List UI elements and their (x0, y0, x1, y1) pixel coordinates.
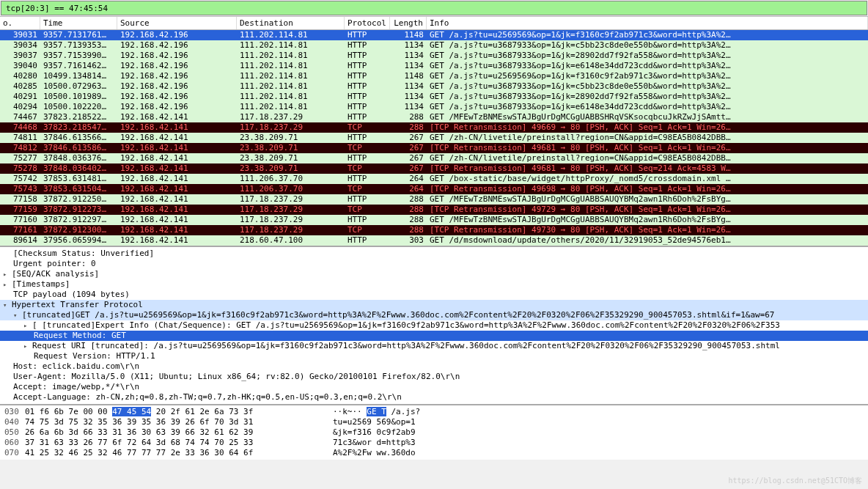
http-user-agent: User-Agent: Mozilla/5.0 (X11; Ubuntu; Li… (0, 372, 868, 382)
column-headers: o. Time Source Destination Protocol Leng… (0, 16, 868, 30)
packet-row[interactable]: 390409357.7161462…192.168.42.196111.202.… (0, 61, 868, 71)
urgent-pointer: Urgent pointer: 0 (0, 259, 868, 269)
hex-row[interactable]: 04074 75 3d 75 32 35 36 39 35 36 39 26 6… (0, 417, 868, 427)
col-no-header[interactable]: o. (0, 17, 40, 29)
col-length-header[interactable]: Length (390, 17, 427, 29)
http-host: Host: eclick.baidu.com\r\n (0, 361, 868, 372)
seqack-analysis[interactable]: [SEQ/ACK analysis] (0, 269, 868, 279)
col-destination-header[interactable]: Destination (237, 17, 345, 29)
packet-row[interactable]: 7574337853.631504…192.168.42.141111.206.… (0, 184, 868, 194)
packet-row[interactable]: 390319357.7131761…192.168.42.196111.202.… (0, 30, 868, 40)
http-accept-language: Accept-Language: zh-CN,zh;q=0.8,zh-TW;q=… (0, 392, 868, 402)
timestamps[interactable]: [Timestamps] (0, 279, 868, 290)
packet-row[interactable]: 7574237853.631481…192.168.42.141111.206.… (0, 174, 868, 184)
packet-row[interactable]: 390379357.7153990…192.168.42.196111.202.… (0, 51, 868, 61)
packet-row[interactable]: 7446737823.218522…192.168.42.141117.18.2… (0, 112, 868, 122)
http-protocol-node[interactable]: Hypertext Transfer Protocol (0, 300, 868, 310)
hex-row[interactable]: 06037 31 63 33 26 77 6f 72 64 3d 68 74 7… (0, 438, 868, 448)
expert-info[interactable]: [ [truncated]Expert Info (Chat/Sequence)… (0, 320, 868, 331)
hex-row[interactable]: 07041 25 32 46 25 32 46 77 77 77 2e 33 3… (0, 448, 868, 458)
packet-row[interactable]: 7716137872.912300…192.168.42.141117.18.2… (0, 225, 868, 235)
packet-row[interactable]: 7527837848.036402…192.168.42.14123.38.20… (0, 163, 868, 174)
http-accept: Accept: image/webp,*/*\r\n (0, 382, 868, 392)
packet-row[interactable]: 7481137846.613566…192.168.42.14123.38.20… (0, 133, 868, 143)
packet-row[interactable]: 7715837872.912250…192.168.42.141117.18.2… (0, 194, 868, 205)
packet-row[interactable]: 8961437956.065994…192.168.42.141218.60.4… (0, 235, 868, 246)
request-uri[interactable]: Request URI [truncated]: /a.js?tu=u25695… (0, 341, 868, 351)
hex-pane[interactable]: 03001 f6 6b 7e 00 00 47 45 54 20 2f 61 2… (0, 404, 868, 460)
col-info-header[interactable]: Info (427, 17, 868, 29)
packet-row[interactable]: 7446837823.218547…192.168.42.141117.18.2… (0, 122, 868, 133)
packet-row[interactable]: 4029410500.102220…192.168.42.196111.202.… (0, 102, 868, 112)
packet-row[interactable]: 7715937872.912273…192.168.42.141117.18.2… (0, 205, 868, 215)
packet-row[interactable]: 390349357.7139353…192.168.42.196111.202.… (0, 40, 868, 51)
col-source-header[interactable]: Source (117, 17, 237, 29)
checksum-status: [Checksum Status: Unverified] (0, 249, 868, 259)
packet-row[interactable]: 7481237846.613586…192.168.42.14123.38.20… (0, 143, 868, 153)
packet-row[interactable]: 4029110500.101989…192.168.42.196111.202.… (0, 92, 868, 102)
packet-list[interactable]: 390319357.7131761…192.168.42.196111.202.… (0, 30, 868, 246)
display-filter-bar[interactable]: tcp[20:3] == 47:45:54 (1, 1, 867, 15)
packet-detail-pane[interactable]: [Checksum Status: Unverified] Urgent poi… (0, 246, 868, 404)
hex-row[interactable]: 05026 6a 6b 3d 66 33 31 36 30 63 39 66 3… (0, 427, 868, 438)
col-protocol-header[interactable]: Protocol (345, 17, 390, 29)
packet-row[interactable]: 7527737848.036376…192.168.42.14123.38.20… (0, 153, 868, 163)
filter-text: tcp[20:3] == 47:45:54 (6, 4, 108, 13)
http-get-line[interactable]: [truncated]GET /a.js?tu=u2569569&op=1&jk… (0, 310, 868, 320)
packet-row[interactable]: 4028010499.134814…192.168.42.196111.202.… (0, 71, 868, 81)
request-version: Request Version: HTTP/1.1 (0, 351, 868, 361)
packet-row[interactable]: 4028510500.072963…192.168.42.196111.202.… (0, 81, 868, 92)
hex-row[interactable]: 03001 f6 6b 7e 00 00 47 45 54 20 2f 61 2… (0, 407, 868, 417)
col-time-header[interactable]: Time (40, 17, 117, 29)
packet-row[interactable]: 7716037872.912297…192.168.42.141117.18.2… (0, 215, 868, 225)
request-method[interactable]: Request Method: GET (0, 331, 868, 341)
tcp-payload: TCP payload (1094 bytes) (0, 290, 868, 300)
